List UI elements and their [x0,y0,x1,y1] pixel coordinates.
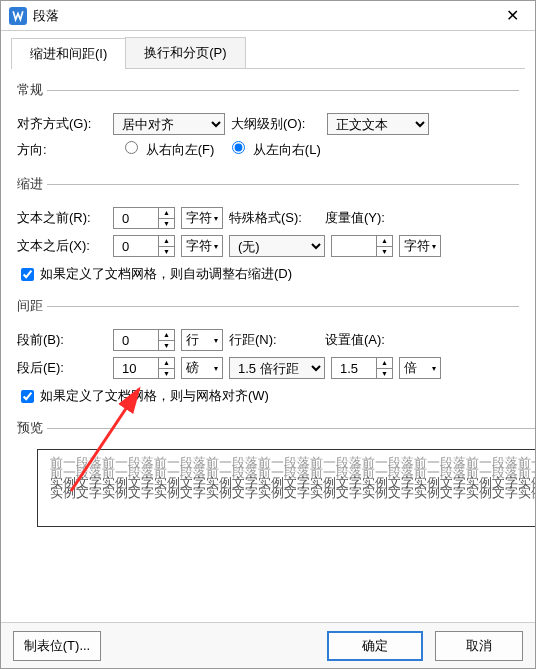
spinner-buttons[interactable]: ▲▼ [376,236,392,256]
legend-preview: 预览 [17,419,47,437]
tab-strip: 缩进和间距(I) 换行和分页(P) [11,37,525,69]
legend-spacing: 间距 [17,297,47,315]
indent-before-unit[interactable]: 字符▾ [181,207,223,229]
setvalue-unit[interactable]: 倍▾ [399,357,441,379]
window-title: 段落 [33,7,497,25]
titlebar: 段落 ✕ [1,1,535,31]
spinner-buttons[interactable]: ▲▼ [158,358,174,378]
label-setvalue: 设置值(A): [325,331,385,349]
radio-rtl-label[interactable]: 从右向左(F) [113,141,214,159]
special-select[interactable]: (无) [229,235,325,257]
space-before-spinner[interactable]: ▲▼ [113,329,175,351]
tab-indent-spacing[interactable]: 缩进和间距(I) [11,38,126,69]
group-general: 常规 对齐方式(G): 居中对齐 大纲级别(O): 正文文本 方向: 从右向左(… [17,81,519,165]
indent-after-spinner[interactable]: ▲▼ [113,235,175,257]
measure-spinner[interactable]: ▲▼ [331,235,393,257]
radio-rtl[interactable] [125,141,138,154]
measure-unit[interactable]: 字符▾ [399,235,441,257]
ok-button[interactable]: 确定 [327,631,423,661]
label-space-after: 段后(E): [17,359,107,377]
group-spacing: 间距 段前(B): ▲▼ 行▾ 行距(N): 设置值(A): 段后(E): ▲▼… [17,297,519,409]
spinner-buttons[interactable]: ▲▼ [158,236,174,256]
setvalue-spinner[interactable]: ▲▼ [331,357,393,379]
indent-checkbox-row: 如果定义了文档网格，则自动调整右缩进(D) [17,265,519,283]
label-direction: 方向: [17,141,107,159]
spacing-checkbox-label: 如果定义了文档网格，则与网格对齐(W) [40,387,269,405]
spinner-buttons[interactable]: ▲▼ [158,208,174,228]
label-outline-level: 大纲级别(O): [231,115,321,133]
setvalue-input[interactable] [336,358,374,378]
indent-after-input[interactable] [118,236,156,256]
snap-to-grid-checkbox[interactable] [21,390,34,403]
space-after-spinner[interactable]: ▲▼ [113,357,175,379]
cancel-button[interactable]: 取消 [435,631,523,661]
linespacing-select[interactable]: 1.5 倍行距 [229,357,325,379]
label-indent-after: 文本之后(X): [17,237,107,255]
indent-auto-adjust-checkbox[interactable] [21,268,34,281]
label-space-before: 段前(B): [17,331,107,349]
spinner-buttons[interactable]: ▲▼ [376,358,392,378]
dialog-content: 常规 对齐方式(G): 居中对齐 大纲级别(O): 正文文本 方向: 从右向左(… [1,69,535,527]
label-linespacing: 行距(N): [229,331,319,349]
space-before-unit[interactable]: 行▾ [181,329,223,351]
indent-before-input[interactable] [118,208,156,228]
space-after-input[interactable] [118,358,156,378]
spacing-checkbox-row: 如果定义了文档网格，则与网格对齐(W) [17,387,519,405]
label-measure: 度量值(Y): [325,209,385,227]
preview-line: 实例文字实例文字实例文字实例文字实例文字实例文字实例文字实例文字实例文字实例文字… [50,488,536,498]
group-preview: 预览 前一段落前一段落前一段落前一段落前一段落前一段落前一段落前一段落前一段落前… [17,419,536,527]
group-indent: 缩进 文本之前(R): ▲▼ 字符▾ 特殊格式(S): 度量值(Y): 文本之后… [17,175,519,287]
radio-ltr-label[interactable]: 从左向右(L) [220,141,321,159]
label-indent-before: 文本之前(R): [17,209,107,227]
legend-general: 常规 [17,81,47,99]
indent-after-unit[interactable]: 字符▾ [181,235,223,257]
radio-ltr[interactable] [232,141,245,154]
space-before-input[interactable] [118,330,156,350]
dialog-footer: 制表位(T)... 确定 取消 [1,622,535,668]
preview-box: 前一段落前一段落前一段落前一段落前一段落前一段落前一段落前一段落前一段落前一段落… [37,449,536,527]
label-special: 特殊格式(S): [229,209,319,227]
measure-input[interactable] [336,236,374,256]
legend-indent: 缩进 [17,175,47,193]
app-icon [9,7,27,25]
tab-line-page[interactable]: 换行和分页(P) [125,37,245,68]
indent-before-spinner[interactable]: ▲▼ [113,207,175,229]
spinner-buttons[interactable]: ▲▼ [158,330,174,350]
space-after-unit[interactable]: 磅▾ [181,357,223,379]
close-button[interactable]: ✕ [497,6,527,25]
indent-checkbox-label: 如果定义了文档网格，则自动调整右缩进(D) [40,265,292,283]
tabs-button[interactable]: 制表位(T)... [13,631,101,661]
outline-select[interactable]: 正文文本 [327,113,429,135]
label-alignment: 对齐方式(G): [17,115,107,133]
alignment-select[interactable]: 居中对齐 [113,113,225,135]
